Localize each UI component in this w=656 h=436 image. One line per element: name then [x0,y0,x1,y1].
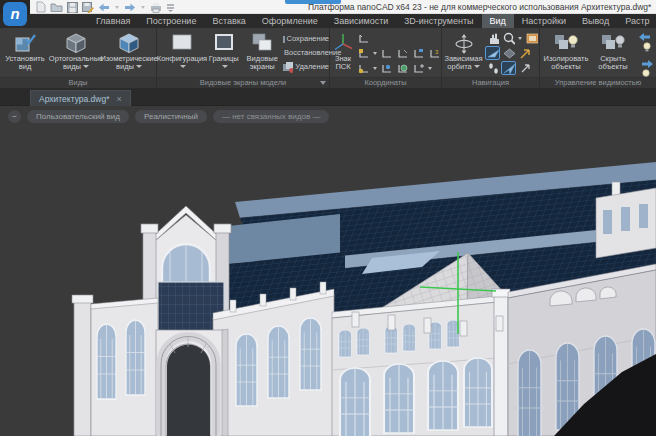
ucs-object-button[interactable] [411,46,426,60]
viewport-configuration-icon [170,31,194,55]
undo-back-button[interactable] [98,1,110,13]
motion-sheet-icon [525,31,538,46]
iso-views-icon [117,31,141,55]
viewport-visual-style-control[interactable]: Реалистичный [135,110,207,123]
customize-qat-button[interactable] [166,1,175,13]
customize-icon [166,2,175,12]
navigation-tools-grid [485,29,539,76]
tab-postroenie[interactable]: Построение [138,14,204,28]
viewport-linked-views-control[interactable]: — нет связанных видов — [213,110,329,123]
hide-objects-icon [600,31,626,55]
nanocad-logo[interactable]: n [3,2,27,26]
viewport-borders-button[interactable]: Границы [205,29,243,76]
tab-zavisimosti[interactable]: Зависимости [326,14,397,28]
tab-glavnaya[interactable]: Главная [88,14,138,28]
print-button[interactable] [150,1,162,13]
viewport-delete-icon [282,61,293,73]
viewport-view-control[interactable]: Пользовательский вид [27,110,129,123]
open-button[interactable] [50,1,63,13]
viewport-delete-button[interactable]: Удаление [282,60,329,73]
previous-view-button[interactable] [517,46,532,60]
ucs-zaxis-dropdown-icon[interactable] [428,67,432,70]
ucs-tools-grid: 3 [356,29,442,76]
ucs-view-icon [380,62,393,75]
corner-pavilion [332,289,510,436]
mesh-view-button[interactable] [501,46,516,60]
forward-dropdown-icon[interactable] [141,6,145,9]
viewport-save-button[interactable]: Сохранение [282,32,329,45]
hide-objects-button[interactable]: Скрыть объекты [591,29,635,76]
tab-3d-instrumenty[interactable]: 3D-инструменты [396,14,481,28]
pan-button[interactable] [485,31,500,45]
viewport-controls: − Пользовательский вид Реалистичный — не… [8,110,329,123]
viewports-icon [250,31,274,55]
orbit-icon [453,31,475,55]
print-icon [150,2,162,13]
fly-mode-button[interactable] [485,46,500,60]
next-view-button[interactable] [517,61,532,75]
tab-vstavka[interactable]: Вставка [204,14,253,28]
ucs-origin-icon [357,62,370,75]
document-tab-label: Архитектура.dwg* [39,94,110,104]
ortho-views-button[interactable]: Ортогональные виды [50,29,102,76]
ucs-world-icon [396,47,409,60]
viewport-canvas[interactable]: − Пользовательский вид Реалистичный — не… [0,106,656,436]
ucs-sign-icon [332,31,354,55]
open-icon [50,2,63,13]
ucs-world-button[interactable] [395,46,410,60]
viewport-actions: Сохранение Восстановление Удаление [282,29,329,76]
isolate-objects-button[interactable]: Изолировать объекты [542,29,590,76]
group-title-model-viewports: Видовые экраны модели [157,77,329,88]
viewports-button[interactable]: Видовые экраны [243,29,282,76]
ucs-globe-button[interactable] [395,61,410,75]
ucs-object-icon [412,47,425,60]
back-dropdown-icon[interactable] [115,6,119,9]
viewport-configuration-button[interactable]: Конфигурация [159,29,205,76]
save-button[interactable] [67,1,78,13]
ucs-zaxis-button[interactable] [411,61,426,75]
close-icon[interactable]: × [117,94,122,104]
group-dropdown-icon[interactable] [320,81,326,85]
fly-wing-icon [486,46,499,61]
zoom-button[interactable] [501,31,516,45]
set-view-button[interactable]: Установить вид [0,29,50,76]
redo-forward-button[interactable] [124,1,136,13]
document-tab[interactable]: Архитектура.dwg* × [30,90,131,106]
tab-vid[interactable]: Вид [482,14,514,28]
zoom-dropdown-icon[interactable] [518,37,522,40]
ucs-face-button[interactable]: 3 [427,46,442,60]
save-as-button[interactable] [82,1,94,13]
building-3d-model [0,106,656,436]
iso-views-button[interactable]: Изометрические виды [102,29,156,76]
ucs-sign-button[interactable]: Знак ПСК [332,29,354,76]
ucs-globe-icon [396,62,409,75]
bulb-arrow-left-icon [638,32,654,52]
ucs-named-dropdown-icon[interactable] [373,52,377,55]
set-view-icon [13,31,37,55]
ucs-origin-button[interactable] [356,61,371,75]
show-motion-button[interactable] [524,31,539,45]
window-title: Платформа nanoCAD x64 23 - не для коммер… [308,2,651,12]
free-orbit-button[interactable] [501,61,516,75]
svg-text:3: 3 [435,49,439,55]
dependent-orbit-button[interactable]: Зависимая орбита [444,29,483,76]
ucs-named-button[interactable] [356,46,371,60]
paper-plane-icon [502,61,515,76]
new-file-button[interactable] [36,1,46,13]
corner-arrow-small-icon [518,61,531,76]
tab-oformlenie[interactable]: Оформление [254,14,326,28]
walk-mode-button[interactable] [485,61,500,75]
viewport-restore-button[interactable]: Восстановление [282,46,329,59]
viewport-menu-button[interactable]: − [8,110,21,123]
tab-nastroyki[interactable]: Настройки [514,14,574,28]
bulb-arrow-right-icon [638,59,654,79]
ucs-view-button[interactable] [379,61,394,75]
ribbon-group-coordinates: Знак ПСК 3 [330,28,442,88]
ucs-origin-dropdown-icon[interactable] [373,67,377,70]
ucs-previous-button[interactable] [379,46,394,60]
ucs-current-button[interactable] [356,31,371,45]
end-isolation-button[interactable] [638,32,654,56]
ribbon-group-navigation: Зависимая орбита [442,28,540,88]
tab-rastr[interactable]: Растр [617,14,656,28]
tab-vyvod[interactable]: Вывод [574,14,617,28]
